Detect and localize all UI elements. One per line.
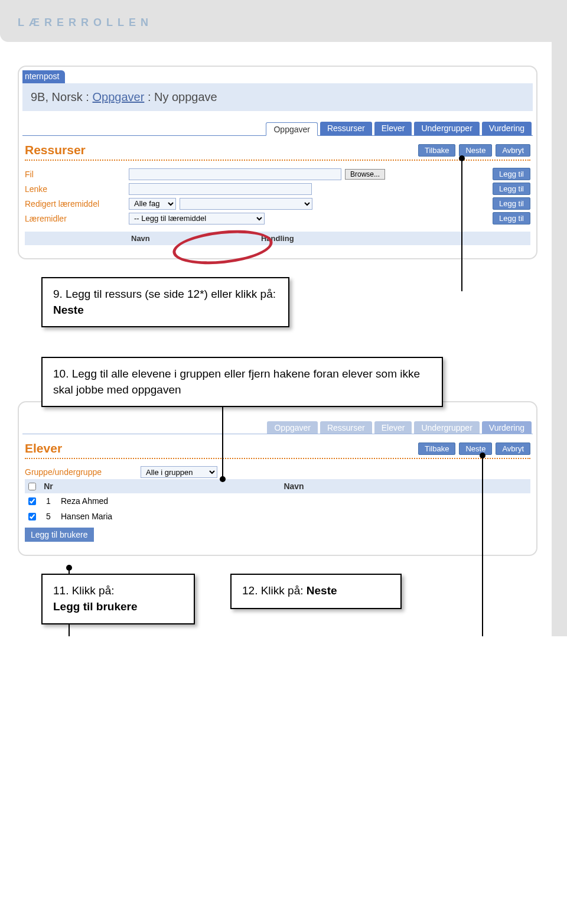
select-all-checkbox[interactable] [28, 483, 36, 490]
browse-button[interactable]: Browse... [345, 169, 385, 180]
ressurser-section: Ressurser Tilbake Neste Avbryt Fil Brows… [22, 136, 533, 248]
callout-9: 9. Legg til ressurs (se side 12*) eller … [41, 277, 289, 327]
tilbake-button[interactable]: Tilbake [418, 144, 455, 157]
label-lenke: Lenke [25, 184, 125, 194]
row-redigert: Redigert læremiddel Alle fag Legg til [25, 196, 530, 211]
breadcrumb-suffix: : Ny oppgave [144, 90, 217, 103]
callout-12: 12. Klikk på: Neste [230, 574, 402, 609]
action-buttons: Tilbake Neste Avbryt [418, 144, 530, 157]
tabbar-2: Oppgaver Ressurser Elever Undergrupper V… [22, 411, 533, 434]
student-checkbox[interactable] [28, 513, 36, 520]
redigert-select-2[interactable] [180, 198, 312, 210]
label-redigert: Redigert læremiddel [25, 199, 125, 209]
app-corner-tab[interactable]: nternpost [22, 70, 65, 83]
gruppe-select[interactable]: Alle i gruppen [141, 466, 217, 478]
row-fil: Fil Browse... Legg til [25, 167, 530, 181]
avbryt-button-2[interactable]: Avbryt [496, 443, 530, 455]
student-nr: 1 [40, 496, 57, 506]
legg-til-laeremidler[interactable]: Legg til [493, 212, 530, 225]
callout-10: 10. Legg til alle elevene i gruppen elle… [41, 357, 443, 407]
elever-section: Elever Tilbake Neste Avbryt Gruppe/under… [22, 434, 533, 544]
label-laeremidler: Læremidler [25, 214, 125, 223]
divider-2 [25, 458, 530, 459]
redigert-fag-select[interactable]: Alle fag [129, 198, 176, 210]
action-buttons-2: Tilbake Neste Avbryt [418, 443, 530, 455]
lenke-input[interactable] [129, 183, 312, 195]
tilbake-button-2[interactable]: Tilbake [418, 443, 455, 455]
callout-11: 11. Klikk på: Legg til brukere [41, 574, 195, 624]
page-header: LÆRERROLLEN [0, 0, 567, 42]
section-title-elever: Elever [25, 441, 62, 456]
svg-point-3 [66, 565, 72, 571]
tab2-ressurser[interactable]: Ressurser [320, 421, 372, 434]
student-name: Reza Ahmed [57, 496, 108, 506]
tab2-vurdering[interactable]: Vurdering [482, 421, 532, 434]
elever-table: Nr Navn 1 Reza Ahmed 5 Hansen Maria [25, 479, 530, 524]
legg-til-fil[interactable]: Legg til [493, 168, 530, 180]
col-navn: Navn [25, 234, 143, 243]
laeremidler-select[interactable]: -- Legg til læremiddel [129, 213, 265, 225]
callout-11-bold: Legg til brukere [53, 600, 138, 613]
col-navn-2: Navn [57, 481, 530, 491]
legg-til-lenke[interactable]: Legg til [493, 183, 530, 195]
tab2-undergrupper[interactable]: Undergrupper [414, 421, 479, 434]
header-title: LÆRERROLLEN [18, 17, 153, 28]
breadcrumb: 9B, Norsk : Oppgaver : Ny oppgave [22, 83, 533, 111]
tab-undergrupper[interactable]: Undergrupper [414, 122, 479, 135]
divider [25, 160, 530, 161]
tabbar: Oppgaver Ressurser Elever Undergrupper V… [22, 111, 533, 136]
neste-button-2[interactable]: Neste [459, 443, 492, 455]
col-nr: Nr [40, 481, 57, 491]
row-lenke: Lenke Legg til [25, 181, 530, 196]
col-handling: Handling [143, 234, 530, 243]
breadcrumb-prefix: 9B, Norsk : [31, 90, 92, 103]
screenshot-ressurser: nternpost 9B, Norsk : Oppgaver : Ny oppg… [18, 66, 537, 259]
elever-head: Nr Navn [25, 479, 530, 493]
breadcrumb-link[interactable]: Oppgaver [92, 90, 144, 103]
callout-12-bold: Neste [307, 584, 337, 597]
tab-vurdering[interactable]: Vurdering [482, 122, 532, 135]
callout-9-bold: Neste [53, 304, 84, 316]
tab-elever[interactable]: Elever [374, 122, 412, 135]
label-gruppe: Gruppe/undergruppe [25, 467, 137, 477]
legg-til-brukere-button[interactable]: Legg til brukere [25, 528, 94, 542]
table-header: Navn Handling [25, 232, 530, 245]
neste-button[interactable]: Neste [459, 144, 492, 157]
avbryt-button[interactable]: Avbryt [496, 144, 530, 157]
callout-12-text: 12. Klikk på: [242, 584, 307, 597]
table-row: 1 Reza Ahmed [25, 493, 530, 509]
content: nternpost 9B, Norsk : Oppgaver : Ny oppg… [0, 42, 567, 636]
row-gruppe: Gruppe/undergruppe Alle i gruppen [25, 465, 530, 479]
student-name: Hansen Maria [57, 512, 112, 521]
callout-10-text: 10. Legg til alle elevene i gruppen elle… [53, 367, 420, 396]
callout-9-text: 9. Legg til ressurs (se side 12*) eller … [53, 288, 276, 300]
fil-input[interactable] [129, 168, 341, 180]
tab2-oppgaver[interactable]: Oppgaver [267, 421, 317, 434]
tab2-elever[interactable]: Elever [374, 421, 412, 434]
legg-til-redigert[interactable]: Legg til [493, 197, 530, 210]
row-laeremidler: Læremidler -- Legg til læremiddel Legg t… [25, 211, 530, 226]
screenshot-elever: Oppgaver Ressurser Elever Undergrupper V… [18, 401, 537, 556]
table-row: 5 Hansen Maria [25, 509, 530, 524]
tab-oppgaver[interactable]: Oppgaver [266, 122, 317, 136]
label-fil: Fil [25, 170, 125, 179]
section-title-ressurser: Ressurser [25, 143, 86, 157]
callout-11-text: 11. Klikk på: [53, 584, 115, 597]
tab-ressurser[interactable]: Ressurser [320, 122, 372, 135]
student-checkbox[interactable] [28, 497, 36, 505]
student-nr: 5 [40, 512, 57, 521]
